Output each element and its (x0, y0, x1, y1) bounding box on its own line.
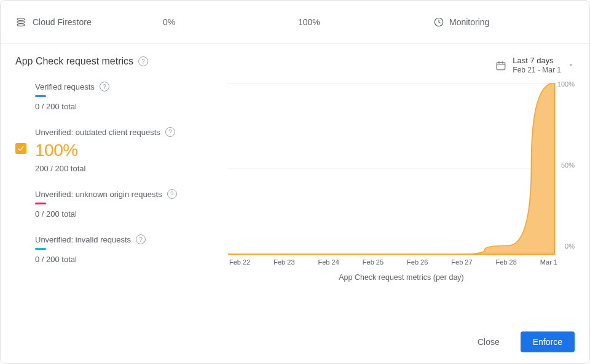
section-title-text: App Check request metrics (15, 56, 133, 67)
help-icon[interactable]: ? (165, 127, 175, 137)
footer: Close Enforce (465, 331, 575, 352)
metric-total: 0 / 200 total (35, 102, 218, 111)
chart: 100% 50% 0% Feb 22 Feb 23 Feb 24 Feb 2 (228, 83, 575, 285)
metric-label: Unverified: unknown origin requests (35, 190, 162, 199)
section-title: App Check request metrics ? (15, 56, 218, 67)
x-tick: Feb 22 (229, 258, 250, 266)
help-icon[interactable]: ? (138, 56, 148, 66)
chart-panel: 100% 50% 0% Feb 22 Feb 23 Feb 24 Feb 2 (228, 56, 575, 285)
metric-invalid[interactable]: Unverified: invalid requests ? 0 / 200 t… (15, 234, 218, 264)
y-tick-100: 100% (557, 80, 575, 88)
color-swatch-blue (35, 95, 46, 97)
pct-left-value: 0% (163, 17, 175, 27)
product-cell: Cloud Firestore (15, 17, 163, 28)
color-swatch-pink (35, 203, 46, 204)
metrics-panel: App Check request metrics ? Verified req… (15, 56, 218, 285)
metric-percent: 100% (35, 141, 218, 160)
enforce-button[interactable]: Enforce (521, 331, 575, 352)
app-check-card: Cloud Firestore 0% 100% Monitoring Last … (0, 0, 590, 364)
svg-point-1 (17, 21, 25, 23)
help-icon[interactable]: ? (167, 189, 177, 199)
x-tick: Feb 28 (496, 258, 517, 266)
chart-x-axis: Feb 22 Feb 23 Feb 24 Feb 25 Feb 26 Feb 2… (228, 255, 575, 266)
body: App Check request metrics ? Verified req… (1, 44, 589, 285)
help-icon[interactable]: ? (136, 234, 146, 244)
monitoring-label: Monitoring (449, 17, 489, 27)
pct-right-value: 100% (298, 17, 320, 27)
topbar-pct-left: 0% (163, 17, 298, 27)
metric-total: 200 / 200 total (35, 164, 218, 173)
help-icon[interactable]: ? (100, 82, 109, 91)
checkbox-checked-icon[interactable] (15, 143, 26, 154)
x-tick: Feb 23 (273, 258, 294, 266)
metric-verified[interactable]: Verified requests ? 0 / 200 total (15, 82, 218, 111)
firestore-icon (15, 17, 26, 28)
chart-svg (228, 83, 575, 255)
product-name: Cloud Firestore (33, 17, 92, 27)
y-tick-0: 0% (565, 242, 575, 250)
metric-outdated[interactable]: Unverified: outdated client requests ? 1… (15, 127, 218, 173)
x-tick: Feb 26 (407, 258, 428, 266)
x-tick: Feb 25 (363, 258, 384, 266)
metric-label: Unverified: outdated client requests (35, 128, 160, 137)
y-tick-50: 50% (561, 161, 575, 169)
clock-icon (433, 17, 444, 28)
chart-caption: App Check request metrics (per day) (228, 273, 575, 282)
svg-point-2 (17, 23, 25, 26)
topbar-pct-right: 100% (298, 17, 433, 27)
svg-point-0 (17, 18, 25, 20)
x-tick: Feb 27 (451, 258, 472, 266)
metric-label: Verified requests (35, 82, 95, 91)
metric-unknown[interactable]: Unverified: unknown origin requests ? 0 … (15, 189, 218, 219)
metric-total: 0 / 200 total (35, 255, 218, 264)
x-tick: Mar 1 (540, 258, 557, 266)
monitoring-cell: Monitoring (433, 17, 575, 28)
metric-label: Unverified: invalid requests (35, 235, 131, 244)
topbar: Cloud Firestore 0% 100% Monitoring (1, 1, 589, 44)
metric-total: 0 / 200 total (35, 209, 218, 219)
x-tick: Feb 24 (318, 258, 339, 266)
close-button[interactable]: Close (465, 331, 512, 352)
color-swatch-cyan (35, 248, 46, 250)
